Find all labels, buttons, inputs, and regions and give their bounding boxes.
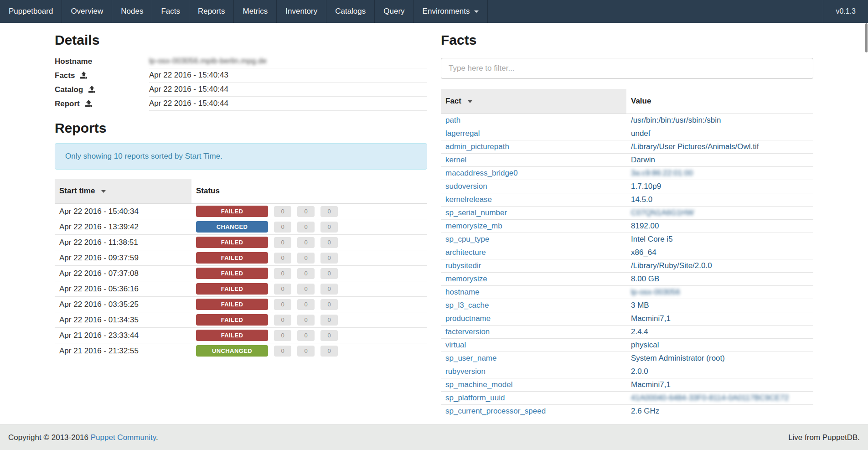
- puppet-community-link[interactable]: Puppet Community: [91, 433, 156, 442]
- fact-link[interactable]: memorysize: [445, 274, 487, 283]
- fact-link[interactable]: path: [445, 116, 460, 124]
- fact-value-cell: /Library/Ruby/Site/2.0.0: [626, 259, 813, 273]
- fact-value: C07QN1A6G1HW: [631, 208, 694, 217]
- fact-value: 8192.00: [631, 222, 659, 230]
- table-row: sudoversion1.7.10p9: [441, 180, 813, 193]
- nav-item-environments[interactable]: Environments: [414, 0, 488, 23]
- fact-link[interactable]: rubyversion: [445, 367, 486, 376]
- fact-value: undef: [631, 129, 651, 138]
- report-status-cell: UNCHANGED000: [191, 343, 427, 359]
- facts-filter-input[interactable]: [441, 58, 813, 79]
- fact-link[interactable]: sudoversion: [445, 182, 487, 191]
- fact-link[interactable]: sp_platform_uuid: [445, 393, 505, 402]
- fact-name-cell: macaddress_bridge0: [441, 167, 626, 180]
- fact-name-cell: architecture: [441, 246, 626, 259]
- nav-item-nodes[interactable]: Nodes: [112, 0, 152, 23]
- details-label: Hostname: [55, 54, 149, 68]
- nav-item-catalogs[interactable]: Catalogs: [326, 0, 375, 23]
- status-badge: FAILED: [196, 252, 268, 264]
- nav-item-overview[interactable]: Overview: [62, 0, 112, 23]
- fact-link[interactable]: architecture: [445, 248, 486, 257]
- table-row: Apr 22 2016 - 13:39:42CHANGED000: [55, 219, 427, 235]
- report-status-cell: FAILED000: [191, 266, 427, 281]
- count-badge: 0: [297, 299, 315, 310]
- report-start-time: Apr 22 2016 - 07:37:08: [55, 266, 191, 281]
- details-label-text: Catalog: [55, 85, 83, 94]
- fact-value: physical: [631, 341, 659, 349]
- fact-name-cell: path: [441, 114, 626, 127]
- facts-header-fact[interactable]: Fact: [441, 89, 626, 114]
- table-row: kernelDarwin: [441, 154, 813, 167]
- fact-value: Intel Core i5: [631, 235, 673, 243]
- table-row: lagerregalundef: [441, 127, 813, 140]
- fact-value: 8.00 GB: [631, 274, 659, 283]
- sort-desc-icon: [101, 190, 106, 193]
- reports-header-start-time[interactable]: Start time: [55, 179, 191, 204]
- fact-link[interactable]: facterversion: [445, 327, 490, 336]
- fact-link[interactable]: rubysitedir: [445, 261, 481, 270]
- navbar-brand[interactable]: Puppetboard: [0, 0, 62, 23]
- report-start-time: Apr 22 2016 - 03:35:25: [55, 297, 191, 312]
- reports-header-status[interactable]: Status: [191, 179, 427, 204]
- table-row: Apr 22 2016 - 01:34:35FAILED000: [55, 312, 427, 328]
- fact-link[interactable]: sp_serial_number: [445, 208, 507, 217]
- fact-link[interactable]: kernel: [445, 155, 466, 164]
- fact-value: 41A00040-6484-33F0-8114-0A0117BC9CE72: [631, 393, 789, 402]
- report-status-cell: FAILED000: [191, 312, 427, 328]
- status-badge: FAILED: [196, 299, 268, 310]
- table-row: productnameMacmini7,1: [441, 312, 813, 326]
- fact-link[interactable]: sp_user_name: [445, 354, 496, 362]
- count-badge: 0: [274, 206, 291, 217]
- count-badge: 0: [320, 299, 338, 310]
- facts-column: Facts Fact Value path/usr/bin:/bin:/usr/…: [434, 23, 820, 418]
- table-row: sp_machine_modelMacmini7,1: [441, 378, 813, 392]
- report-status-cell: FAILED000: [191, 204, 427, 219]
- upload-icon: [85, 100, 93, 108]
- fact-link[interactable]: admin_picturepath: [445, 142, 509, 151]
- count-badge: 0: [320, 346, 338, 357]
- count-badge: 0: [274, 346, 291, 357]
- nav-item-metrics[interactable]: Metrics: [234, 0, 277, 23]
- fact-name-cell: sp_current_processor_speed: [441, 405, 626, 418]
- fact-name-cell: sp_user_name: [441, 352, 626, 365]
- fact-value-cell: physical: [626, 339, 813, 352]
- nav-item-environments-label: Environments: [423, 7, 470, 16]
- facts-header-value[interactable]: Value: [626, 89, 813, 114]
- table-row: architecturex86_64: [441, 246, 813, 259]
- facts-table: Fact Value path/usr/bin:/bin:/usr/sbin:/…: [441, 89, 813, 418]
- report-start-time: Apr 22 2016 - 11:38:51: [55, 235, 191, 250]
- count-badge: 0: [320, 268, 338, 279]
- main-content: Details Hostnamelp-osx-003056.mpib-berli…: [48, 23, 820, 418]
- table-row: Apr 22 2016 - 07:37:08FAILED000: [55, 266, 427, 281]
- fact-value-cell: 8192.00: [626, 220, 813, 233]
- nav-item-reports[interactable]: Reports: [189, 0, 234, 23]
- nav-item-query[interactable]: Query: [375, 0, 413, 23]
- fact-value-cell: 8.00 GB: [626, 273, 813, 286]
- upload-icon: [88, 86, 96, 93]
- fact-link[interactable]: macaddress_bridge0: [445, 169, 518, 177]
- fact-link[interactable]: memorysize_mb: [445, 222, 502, 230]
- nav-item-inventory[interactable]: Inventory: [277, 0, 326, 23]
- fact-link[interactable]: sp_machine_model: [445, 380, 512, 389]
- fact-link[interactable]: virtual: [445, 341, 466, 349]
- count-badge: 0: [297, 253, 315, 264]
- details-row: CatalogApr 22 2016 - 15:40:44: [55, 83, 427, 97]
- facts-tbody: path/usr/bin:/bin:/usr/sbin:/sbinlagerre…: [441, 114, 813, 418]
- fact-link[interactable]: sp_cpu_type: [445, 235, 489, 243]
- fact-name-cell: kernel: [441, 154, 626, 167]
- fact-link[interactable]: lagerregal: [445, 129, 480, 138]
- fact-link[interactable]: sp_l3_cache: [445, 301, 489, 310]
- scrollbar-thumb[interactable]: [865, 23, 868, 52]
- table-row: memorysize8.00 GB: [441, 273, 813, 286]
- fact-link[interactable]: hostname: [445, 288, 480, 296]
- report-start-time: Apr 21 2016 - 23:33:44: [55, 328, 191, 343]
- fact-link[interactable]: sp_current_processor_speed: [445, 407, 546, 415]
- count-badge: 0: [274, 299, 291, 310]
- fact-value-cell: 3 MB: [626, 299, 813, 312]
- copyright-suffix: .: [156, 433, 158, 442]
- nav-item-facts[interactable]: Facts: [152, 0, 189, 23]
- fact-link[interactable]: productname: [445, 314, 491, 323]
- fact-link[interactable]: kernelrelease: [445, 195, 492, 204]
- report-start-time: Apr 22 2016 - 15:40:34: [55, 204, 191, 219]
- count-badge: 0: [320, 330, 338, 341]
